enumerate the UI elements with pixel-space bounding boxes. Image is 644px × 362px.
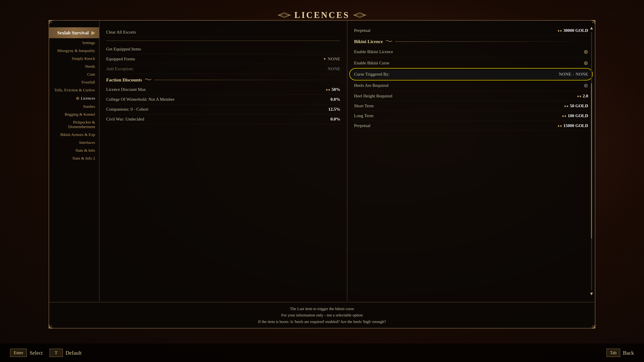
curse-triggered-value: NONE - NONE xyxy=(559,72,588,77)
middle-divider-1 xyxy=(106,40,340,41)
get-equipped-label: Get Equipped Items xyxy=(106,46,141,52)
bikini-link-icon xyxy=(386,39,392,44)
sidebar-item-bikini[interactable]: Bikini Armors & Exp xyxy=(49,131,99,139)
sidebar-item-licences[interactable]: ⊛ Licences xyxy=(49,94,99,103)
page-title: LICENCES xyxy=(294,10,350,20)
sidebar-item-cum[interactable]: Cum xyxy=(49,70,99,78)
heel-height-row[interactable]: Heel Height Required ⬧⬧ 2.0 xyxy=(354,91,588,101)
get-equipped-row: Get Equipped Items xyxy=(106,44,340,54)
short-term-label: Short Term xyxy=(354,103,374,108)
college-label: College Of Winterhold: Not A Member xyxy=(106,97,174,102)
equipped-forms-label: Equipped Forms xyxy=(106,56,135,61)
info-bar: The Last item to trigger the bikini curs… xyxy=(49,302,595,328)
perpetual-top-value: ⬧⬧ 30000 GOLD xyxy=(557,28,588,33)
enable-bikini-label: Enable Bikini Licence xyxy=(354,49,393,54)
sidebar-item-stashes[interactable]: Stashes xyxy=(49,103,99,110)
right-column: Perpetual ⬧⬧ 30000 GOLD Bikini Licence xyxy=(347,21,595,301)
add-exception-value: NONE xyxy=(328,66,340,71)
sidebar-item-settings[interactable]: Settings xyxy=(49,39,99,47)
perpetual-top-row[interactable]: Perpetual ⬧⬧ 30000 GOLD xyxy=(354,26,588,35)
control-bar: Enter Select T Default Tab Back xyxy=(0,344,644,362)
enable-curse-row[interactable]: Enable Bikini Curse ⊛ xyxy=(354,57,588,69)
curse-triggered-label: Curse Triggered By: xyxy=(354,72,390,77)
sidebar-item-pickpocket[interactable]: Pickpocket & Dismemberment xyxy=(49,118,99,131)
t-label: Default xyxy=(66,350,82,356)
bikini-section-title: Bikini Licence xyxy=(354,39,383,44)
columns-container: Sexlab Survival ▶ Settings Misogyny & In… xyxy=(49,21,595,301)
long-term-label: Long Term xyxy=(354,113,373,118)
sidebar-item-needs[interactable]: Needs xyxy=(49,62,99,70)
equipped-forms-row[interactable]: Equipped Forms ▼ NONE xyxy=(106,54,340,64)
bikini-section-header: Bikini Licence xyxy=(354,35,588,46)
scroll-thumb xyxy=(591,83,592,238)
svg-marker-0 xyxy=(278,12,290,17)
scroll-up-arrow[interactable]: ▲ xyxy=(589,26,594,30)
equipped-forms-value: ▼ NONE xyxy=(323,56,340,61)
licences-icon: ⊛ xyxy=(76,96,80,101)
scrollbar[interactable]: ▲ ▼ xyxy=(590,26,594,296)
panel-frame: Sexlab Survival ▶ Settings Misogyny & In… xyxy=(49,20,595,329)
long-term-value: ⬧⬧ 100 GOLD xyxy=(562,113,588,118)
t-control[interactable]: T Default xyxy=(50,349,82,357)
college-row: College Of Winterhold: Not A Member 0.0% xyxy=(106,94,340,104)
heel-height-label: Heel Height Required xyxy=(354,93,392,98)
perpetual-bottom-value: ⬧⬧ 15000 GOLD xyxy=(557,123,588,128)
bikini-section-line xyxy=(395,41,588,42)
civil-war-row: Civil War: Undecided 0.0% xyxy=(106,114,340,124)
sidebar: Sexlab Survival ▶ Settings Misogyny & In… xyxy=(49,21,100,301)
title-deco-left xyxy=(278,12,291,18)
faction-section-title: Faction Discounts xyxy=(106,77,142,83)
heels-required-label: Heels Are Required xyxy=(354,83,388,88)
licence-discount-value: ⬧⬧ 50% xyxy=(326,87,340,92)
civil-war-value: 0.0% xyxy=(330,117,340,122)
enter-key: Enter xyxy=(10,349,27,357)
perpetual-bottom-label: Perpetual xyxy=(354,123,370,128)
companions-value: 12.5% xyxy=(328,107,340,112)
scroll-track xyxy=(591,32,592,290)
perpetual-bottom-row[interactable]: Perpetual ⬧⬧ 15000 GOLD xyxy=(354,121,588,131)
perpetual-top-label: Perpetual xyxy=(354,28,370,33)
enable-curse-checkbox[interactable]: ⊛ xyxy=(584,60,588,66)
sidebar-item-interfaces[interactable]: Interfaces xyxy=(49,139,99,146)
heels-required-checkbox[interactable]: ⊛ xyxy=(584,82,588,89)
short-term-value: ⬧⬧ 50 GOLD xyxy=(564,103,588,108)
heel-height-value: ⬧⬧ 2.0 xyxy=(577,93,588,98)
scroll-down-arrow[interactable]: ▼ xyxy=(589,292,594,296)
sidebar-item-stats-info[interactable]: Stats & Info xyxy=(49,146,99,154)
long-term-row[interactable]: Long Term ⬧⬧ 100 GOLD xyxy=(354,111,588,121)
enter-label: Select xyxy=(30,350,42,356)
sidebar-item-sexlab-survival[interactable]: Sexlab Survival ▶ xyxy=(49,27,99,38)
sidebar-item-frostfall[interactable]: Frostfall xyxy=(49,78,99,86)
add-exception-row: Add Exception: NONE xyxy=(106,64,340,74)
info-text: The Last item to trigger the bikini curs… xyxy=(258,306,386,325)
enable-bikini-checkbox[interactable]: ⊛ xyxy=(584,49,588,55)
faction-section-line xyxy=(154,80,340,80)
info-line-1: The Last item to trigger the bikini curs… xyxy=(258,306,386,312)
sidebar-item-simply-knock[interactable]: Simply Knock xyxy=(49,55,99,62)
title-bar: LICENCES xyxy=(263,10,381,20)
licence-discount-label: Licence Discount Max xyxy=(106,87,146,92)
companions-label: Companions: 0 - Cohort xyxy=(106,107,148,112)
info-line-3: If the item is boots: Is 'heels are requ… xyxy=(258,319,386,325)
main-panel: LICENCES Sex xyxy=(49,20,595,329)
enable-curse-label: Enable Bikini Curse xyxy=(354,60,390,65)
sidebar-item-stats-info-2[interactable]: Stats & Info 2 xyxy=(49,154,99,162)
sidebar-item-begging[interactable]: Begging & Kennel xyxy=(49,110,99,118)
tab-control[interactable]: Tab Back xyxy=(606,349,634,357)
title-deco-right xyxy=(353,12,366,18)
clear-escorts-label: Clear All Escorts xyxy=(106,30,136,35)
short-term-row[interactable]: Short Term ⬧⬧ 50 GOLD xyxy=(354,101,588,111)
sidebar-item-misogyny[interactable]: Misogyny & Inequality xyxy=(49,47,99,55)
licence-discount-row[interactable]: Licence Discount Max ⬧⬧ 50% xyxy=(106,85,340,94)
add-exception-label: Add Exception: xyxy=(106,66,134,71)
clear-escorts-row: Clear All Escorts xyxy=(106,27,340,37)
tab-key: Tab xyxy=(606,349,620,357)
sidebar-item-tolls[interactable]: Tolls, Eviction & Curfew xyxy=(49,86,99,94)
enter-control[interactable]: Enter Select xyxy=(10,349,43,357)
curse-triggered-row: Curse Triggered By: NONE - NONE xyxy=(352,69,590,79)
t-key: T xyxy=(50,349,63,357)
left-controls: Enter Select T Default xyxy=(10,349,82,357)
enable-bikini-row[interactable]: Enable Bikini Licence ⊛ xyxy=(354,46,588,57)
heels-required-row[interactable]: Heels Are Required ⊛ xyxy=(354,80,588,91)
college-value: 0.0% xyxy=(330,97,340,102)
